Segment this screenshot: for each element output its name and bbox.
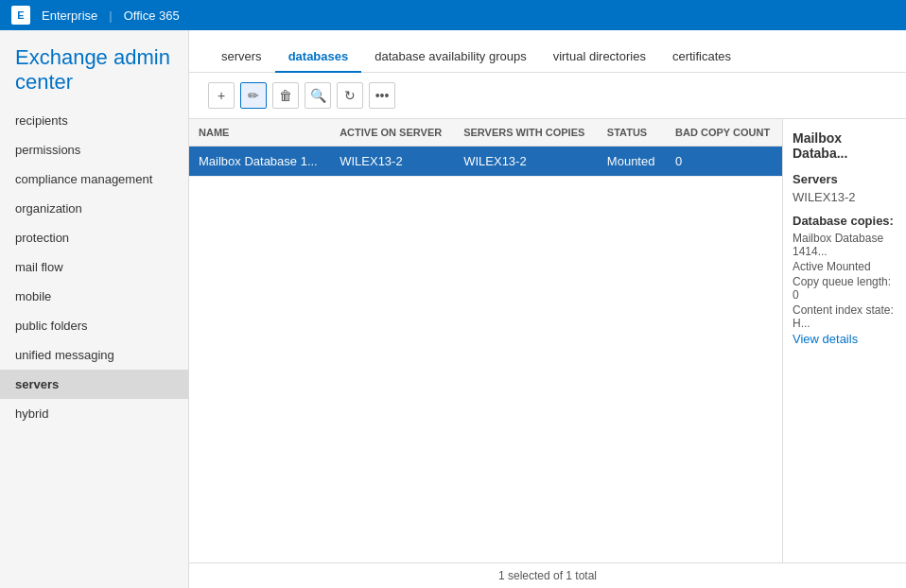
toolbar: + ✏ 🗑 🔍 ↻ •••	[189, 73, 906, 118]
search-button[interactable]: 🔍	[305, 82, 331, 109]
product-name: Office 365	[124, 9, 180, 23]
sidebar-item-servers[interactable]: servers	[0, 370, 188, 399]
sidebar-item-permissions[interactable]: permissions	[0, 135, 188, 164]
cell-bad-copy-count: 0	[666, 147, 782, 177]
table-header-row: NAME ACTIVE ON SERVER SERVERS WITH COPIE…	[189, 119, 782, 147]
sidebar-item-unified-messaging[interactable]: unified messaging	[0, 340, 188, 370]
top-bar: E Enterprise | Office 365	[0, 0, 906, 30]
sidebar-item-mobile[interactable]: mobile	[0, 282, 188, 311]
cell-servers-with-copies: WILEX13-2	[454, 147, 598, 177]
detail-copies-item-1: Active Mounted	[793, 260, 897, 273]
sidebar-item-mail-flow[interactable]: mail flow	[0, 252, 188, 282]
detail-title: Mailbox Databa...	[793, 130, 897, 161]
status-text: 1 selected of 1 total	[498, 569, 597, 582]
detail-panel: Mailbox Databa... Servers WILEX13-2 Data…	[783, 119, 906, 562]
tab-certificates[interactable]: certificates	[659, 42, 744, 72]
sidebar-item-hybrid[interactable]: hybrid	[0, 399, 188, 428]
tab-databases[interactable]: databases	[275, 42, 362, 73]
add-icon: +	[218, 88, 225, 103]
edit-button[interactable]: ✏	[240, 82, 267, 109]
col-active-on-server: ACTIVE ON SERVER	[330, 119, 454, 147]
more-icon: •••	[375, 88, 390, 103]
add-button[interactable]: +	[208, 82, 235, 109]
tab-virtual-directories[interactable]: virtual directories	[540, 42, 659, 72]
page-title: Exchange admin center	[0, 30, 188, 106]
top-bar-separator: |	[109, 9, 112, 23]
col-status: STATUS	[598, 119, 666, 147]
detail-copies-item-3: Content index state: H...	[793, 303, 897, 330]
sidebar-item-public-folders[interactable]: public folders	[0, 311, 188, 340]
table-area: NAME ACTIVE ON SERVER SERVERS WITH COPIE…	[189, 119, 783, 562]
main-layout: Exchange admin center recipients permiss…	[0, 30, 906, 588]
content-area: servers databases database availability …	[189, 30, 906, 588]
tab-database-availability-groups[interactable]: database availability groups	[361, 42, 539, 72]
databases-table: NAME ACTIVE ON SERVER SERVERS WITH COPIE…	[189, 119, 782, 177]
cell-name: Mailbox Database 1...	[189, 147, 330, 177]
search-icon: 🔍	[310, 88, 326, 103]
sidebar-item-recipients[interactable]: recipients	[0, 106, 188, 135]
detail-servers-value: WILEX13-2	[793, 190, 897, 204]
app-logo: E	[11, 6, 30, 25]
tab-servers[interactable]: servers	[208, 42, 275, 72]
refresh-button[interactable]: ↻	[337, 82, 363, 109]
cell-active-on-server: WILEX13-2	[330, 147, 454, 177]
status-bar: 1 selected of 1 total	[189, 562, 906, 588]
sidebar-item-compliance-management[interactable]: compliance management	[0, 164, 188, 194]
sidebar: Exchange admin center recipients permiss…	[0, 30, 189, 588]
brand-name: Enterprise	[42, 9, 97, 23]
detail-copies-item-2: Copy queue length: 0	[793, 275, 897, 302]
refresh-icon: ↻	[344, 88, 356, 103]
table-row[interactable]: Mailbox Database 1... WILEX13-2 WILEX13-…	[189, 147, 782, 177]
tab-nav: servers databases database availability …	[189, 30, 906, 73]
detail-copies-item-0: Mailbox Database 1414...	[793, 232, 897, 258]
logo-text: E	[17, 9, 24, 21]
detail-copies-label: Database copies:	[793, 214, 897, 228]
detail-servers-label: Servers	[793, 172, 897, 186]
col-bad-copy-count: BAD COPY COUNT	[666, 119, 782, 147]
sidebar-nav: recipients permissions compliance manage…	[0, 106, 188, 428]
sidebar-item-organization[interactable]: organization	[0, 194, 188, 223]
view-details-link[interactable]: View details	[793, 332, 858, 346]
cell-status: Mounted	[598, 147, 666, 177]
edit-icon: ✏	[248, 88, 259, 103]
sidebar-item-protection[interactable]: protection	[0, 223, 188, 252]
col-servers-with-copies: SERVERS WITH COPIES	[454, 119, 598, 147]
delete-button[interactable]: 🗑	[272, 82, 299, 109]
delete-icon: 🗑	[279, 88, 292, 103]
more-button[interactable]: •••	[369, 82, 395, 109]
table-container: NAME ACTIVE ON SERVER SERVERS WITH COPIE…	[189, 118, 906, 562]
col-name: NAME	[189, 119, 330, 147]
